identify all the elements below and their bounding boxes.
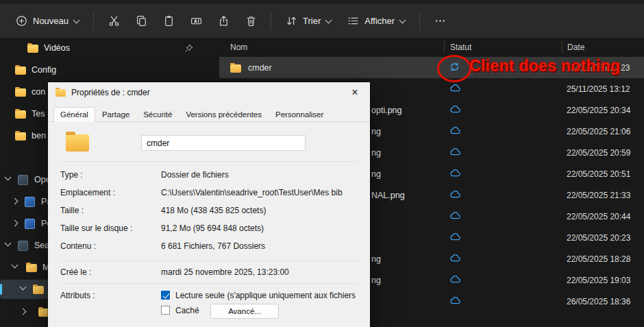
property-value: 6 681 Fichiers, 767 Dossiers xyxy=(161,241,358,251)
sidebar-item-label: con xyxy=(32,87,45,97)
property-row: Type :Dossier de fichiers xyxy=(60,170,358,180)
command-bar: Nouveau Trier Afficher xyxy=(0,4,644,38)
property-row: Contenu :6 681 Fichiers, 767 Dossiers xyxy=(60,241,358,251)
folder-icon xyxy=(33,284,44,294)
dialog-fields: Type :Dossier de fichiersEmplacement :C:… xyxy=(60,162,358,261)
cloud-status-icon xyxy=(449,147,461,158)
attributes-section: Attributs : Lecture seule (s'applique un… xyxy=(60,284,358,327)
cloud-status-icon xyxy=(449,296,461,306)
sort-icon xyxy=(286,15,297,27)
new-button[interactable]: Nouveau xyxy=(8,10,86,32)
delete-button[interactable] xyxy=(238,10,264,33)
property-value: 418 Mo (438 435 825 octets) xyxy=(161,206,358,215)
file-name: cmder xyxy=(248,63,272,73)
file-date: 22/05/2025 20:34 xyxy=(562,106,644,115)
new-button-label: Nouveau xyxy=(33,16,69,26)
sidebar-item-label: Tes xyxy=(32,109,45,119)
file-date: 26/05/2025 18:36 xyxy=(562,297,644,306)
chevron-down-icon[interactable] xyxy=(5,174,12,181)
file-date: 22/05/2025 20:59 xyxy=(562,148,644,158)
sort-button[interactable]: Trier xyxy=(278,10,338,32)
chevron-down-icon[interactable] xyxy=(20,284,27,291)
copy-button[interactable] xyxy=(128,10,154,33)
close-icon[interactable]: × xyxy=(340,82,370,103)
paste-button[interactable] xyxy=(156,10,182,33)
folder-icon xyxy=(15,131,26,141)
annotation-circle xyxy=(437,55,471,82)
tab-général[interactable]: Général xyxy=(53,107,95,122)
scissors-icon xyxy=(108,15,120,27)
property-value: C:\Users\Valentin\seadrive_root\TestUser… xyxy=(161,188,358,197)
property-label: Emplacement : xyxy=(60,188,161,197)
cut-button[interactable] xyxy=(101,10,127,33)
folder-icon xyxy=(27,43,38,53)
folder-icon xyxy=(15,109,26,119)
column-header-nom[interactable]: Nom xyxy=(219,43,444,52)
chevron-right-icon[interactable] xyxy=(20,308,27,315)
status-cell xyxy=(444,232,562,243)
property-row: Emplacement :C:\Users\Valentin\seadrive_… xyxy=(60,188,358,197)
tab-partage[interactable]: Partage xyxy=(95,107,136,122)
status-cell xyxy=(444,190,562,200)
hidden-label: Caché xyxy=(175,306,199,315)
folder-icon xyxy=(230,63,241,73)
app-icon xyxy=(18,175,28,185)
more-options-button[interactable] xyxy=(427,10,453,33)
dialog-tabs: GénéralPartageSécuritéVersions précédent… xyxy=(48,103,370,122)
property-label: Taille sur le disque : xyxy=(60,223,161,233)
rename-button[interactable] xyxy=(183,10,209,33)
chevron-right-icon[interactable] xyxy=(12,198,18,205)
folder-icon xyxy=(55,89,66,97)
chevron-down-icon[interactable] xyxy=(12,262,18,269)
file-name-fragment: ng xyxy=(371,254,381,264)
readonly-checkbox[interactable] xyxy=(161,291,170,300)
status-cell xyxy=(444,84,562,94)
app-icon xyxy=(18,241,28,251)
cloud-status-icon xyxy=(449,190,461,200)
share-icon xyxy=(218,15,230,27)
sidebar-item-vidéos[interactable]: Vidéos xyxy=(0,38,212,58)
property-label: Type : xyxy=(60,170,161,180)
view-button-label: Afficher xyxy=(364,16,395,26)
file-name-fragment: NAL.png xyxy=(371,191,405,200)
cloud-status-icon xyxy=(449,169,461,179)
advanced-button[interactable]: Avancé... xyxy=(210,304,279,319)
status-cell xyxy=(444,254,562,264)
trash-icon xyxy=(245,15,257,27)
file-explorer-window: Nouveau Trier Afficher xyxy=(0,0,644,327)
folder-icon xyxy=(15,87,26,97)
file-date: 22/05/2025 20:44 xyxy=(562,212,644,221)
status-cell xyxy=(444,275,562,285)
status-cell xyxy=(444,147,562,158)
folder-name-input[interactable] xyxy=(141,135,306,151)
file-date: 22/05/2025 19:03 xyxy=(562,276,644,285)
chevron-right-icon[interactable] xyxy=(12,220,18,227)
column-header-statut[interactable]: Statut xyxy=(444,41,562,53)
sidebar-item-config[interactable]: Config xyxy=(0,60,212,80)
tab-personnaliser[interactable]: Personnaliser xyxy=(269,107,330,122)
folder-icon xyxy=(15,65,26,75)
properties-dialog: Propriétés de : cmder × GénéralPartageSé… xyxy=(48,82,370,327)
selection-accent xyxy=(0,284,2,295)
readonly-label: Lecture seule (s'applique uniquement aux… xyxy=(175,291,358,300)
property-row: Taille :418 Mo (438 435 825 octets) xyxy=(60,206,358,215)
file-date: 22/05/2025 20:51 xyxy=(562,169,644,179)
status-cell xyxy=(444,126,562,136)
column-header-date[interactable]: Date xyxy=(562,41,644,53)
dialog-title-bar[interactable]: Propriétés de : cmder × xyxy=(48,82,370,103)
library-icon xyxy=(25,197,35,207)
cloud-status-icon xyxy=(449,254,461,264)
property-row: Taille sur le disque :91,2 Mo (95 694 84… xyxy=(60,223,358,233)
chevron-down-icon[interactable] xyxy=(5,240,12,247)
file-name-fragment: opti.png xyxy=(371,106,401,115)
hidden-checkbox[interactable] xyxy=(161,306,170,315)
view-button[interactable]: Afficher xyxy=(340,10,412,32)
share-button[interactable] xyxy=(210,10,236,33)
tab-sécurité[interactable]: Sécurité xyxy=(136,107,179,122)
cloud-status-icon xyxy=(449,275,461,285)
status-cell xyxy=(444,169,562,179)
file-date: 22/05/2025 20:23 xyxy=(562,233,644,243)
created-label: Créé le : xyxy=(60,267,161,277)
plus-circle-icon xyxy=(16,15,27,27)
tab-versions-précédentes[interactable]: Versions précédentes xyxy=(179,107,269,122)
